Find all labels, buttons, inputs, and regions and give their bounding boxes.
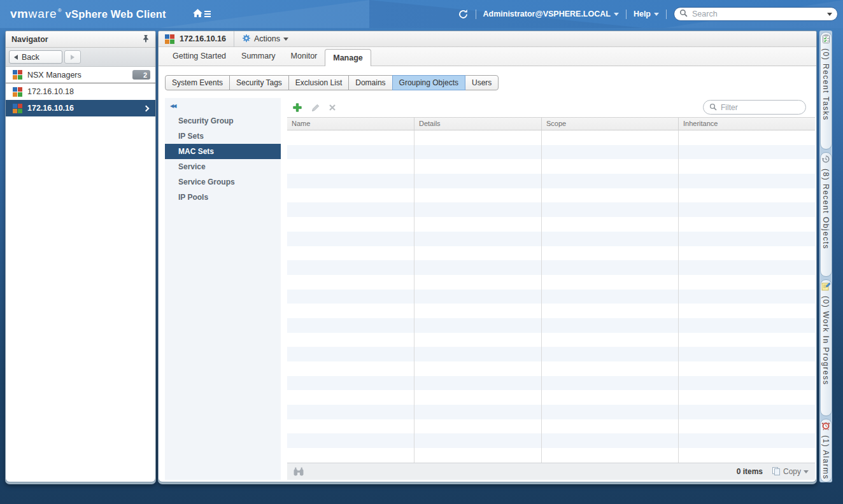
column-header-name[interactable]: Name [287, 118, 414, 130]
recent-tasks-label: (0) Recent Tasks [821, 48, 830, 121]
tab-summary[interactable]: Summary [234, 46, 283, 66]
table-row[interactable] [287, 188, 815, 203]
forward-button[interactable] [64, 50, 81, 64]
table-row[interactable] [287, 347, 815, 361]
table-cell [414, 361, 542, 376]
edit-button[interactable] [311, 103, 320, 113]
recent-objects-label: (8) Recent Objects [821, 169, 830, 249]
table-cell [414, 433, 542, 448]
table-row[interactable] [287, 419, 815, 434]
table-row[interactable] [287, 333, 815, 347]
table-row[interactable] [287, 232, 815, 246]
header-separator [626, 10, 627, 19]
table-footer: 0 items Copy [287, 463, 815, 480]
table-cell [679, 130, 815, 145]
nav-item-172-16-10-16[interactable]: 172.16.10.16 [6, 100, 155, 116]
recent-tasks-tab[interactable]: (0) Recent Tasks [820, 32, 832, 150]
nav-item-172-16-10-18[interactable]: 172.16.10.18 [6, 83, 155, 100]
table-cell [414, 448, 542, 463]
nav-item-nsx-managers[interactable]: NSX Managers 2 [6, 67, 155, 83]
work-in-progress-tab[interactable]: (0) Work In Progress [820, 279, 832, 416]
column-header-details[interactable]: Details [414, 118, 542, 130]
table-row[interactable] [287, 174, 815, 188]
table-row[interactable] [287, 159, 815, 174]
tab-monitor[interactable]: Monitor [283, 46, 325, 66]
side-item-ip-sets[interactable]: IP Sets [165, 129, 281, 144]
table-cell [414, 260, 542, 275]
pin-icon[interactable] [142, 34, 150, 45]
table-row[interactable] [287, 318, 815, 333]
filter-box[interactable] [703, 100, 806, 115]
tab-getting-started[interactable]: Getting Started [165, 46, 234, 66]
table-cell [542, 260, 679, 275]
table-row[interactable] [287, 130, 815, 145]
table-row[interactable] [287, 376, 815, 391]
table-row[interactable] [287, 275, 815, 290]
table-row[interactable] [287, 290, 815, 304]
add-button[interactable] [292, 102, 302, 113]
find-binoculars-icon[interactable] [294, 467, 304, 476]
column-header-inheritance[interactable]: Inheritance [679, 118, 815, 130]
table-cell [679, 145, 815, 160]
mac-sets-table: Name Details Scope Inheritance [287, 98, 815, 480]
brand-ware: ware [28, 7, 57, 21]
home-button[interactable] [192, 0, 211, 28]
product-title: vSphere Web Client [66, 8, 166, 20]
table-row[interactable] [287, 145, 815, 160]
help-menu[interactable]: Help [634, 10, 659, 18]
table-cell [679, 448, 815, 463]
table-cell [414, 145, 542, 160]
table-cell [542, 347, 679, 361]
table-cell [542, 361, 679, 376]
subtab-users[interactable]: Users [465, 75, 499, 90]
collapse-panel-icon[interactable]: ◀◀ [170, 103, 175, 109]
user-menu[interactable]: Administrator@VSPHERE.LOCAL [483, 10, 619, 18]
table-row[interactable] [287, 260, 815, 275]
search-icon [679, 8, 688, 20]
search-dropdown-icon[interactable] [827, 13, 832, 16]
table-row[interactable] [287, 361, 815, 376]
side-item-service[interactable]: Service [165, 159, 281, 174]
filter-input[interactable] [721, 103, 800, 112]
subtab-domains[interactable]: Domains [348, 75, 392, 90]
table-cell [542, 246, 679, 261]
table-row[interactable] [287, 390, 815, 405]
table-cell [679, 304, 815, 318]
table-row[interactable] [287, 433, 815, 448]
table-cell [414, 159, 542, 174]
table-row[interactable] [287, 246, 815, 261]
table-row[interactable] [287, 202, 815, 217]
subtab-system-events[interactable]: System Events [165, 75, 230, 90]
subtab-exclusion-list[interactable]: Exclusion List [288, 75, 349, 90]
table-row[interactable] [287, 304, 815, 318]
table-row[interactable] [287, 448, 815, 463]
table-row[interactable] [287, 217, 815, 232]
side-item-service-groups[interactable]: Service Groups [165, 174, 281, 190]
column-header-scope[interactable]: Scope [542, 118, 679, 130]
table-cell [679, 390, 815, 405]
copy-button[interactable]: Copy [772, 466, 809, 477]
search-input[interactable] [692, 10, 823, 18]
table-cell [542, 145, 679, 160]
actions-button[interactable]: Actions [242, 34, 288, 45]
subtab-grouping-objects[interactable]: Grouping Objects [392, 75, 465, 90]
table-body [287, 130, 815, 463]
table-row[interactable] [287, 405, 815, 419]
delete-button[interactable] [329, 104, 336, 111]
side-item-mac-sets[interactable]: MAC Sets [165, 144, 281, 159]
alarms-tab[interactable]: (1) Alarms [820, 419, 832, 482]
table-cell [679, 361, 815, 376]
subtab-security-tags[interactable]: Security Tags [229, 75, 289, 90]
table-cell [679, 347, 815, 361]
table-cell [414, 347, 542, 361]
table-cell [287, 145, 414, 160]
refresh-icon[interactable] [458, 9, 469, 20]
search-box[interactable] [674, 7, 838, 21]
help-label: Help [634, 10, 651, 18]
recent-objects-tab[interactable]: (8) Recent Objects [820, 152, 832, 277]
table-cell [287, 419, 414, 434]
side-item-security-group[interactable]: Security Group [165, 113, 281, 129]
tab-manage[interactable]: Manage [325, 49, 371, 66]
side-item-ip-pools[interactable]: IP Pools [165, 190, 281, 205]
back-button[interactable]: Back [9, 50, 62, 64]
